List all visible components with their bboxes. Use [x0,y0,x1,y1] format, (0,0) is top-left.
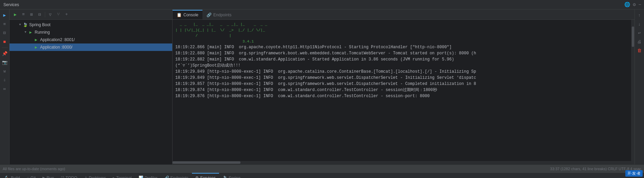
status-bar: All files are up-to-date (moments ago) 3… [0,164,644,173]
tree-item-3[interactable]: ▶Application :8000/ [10,43,172,51]
title-bar-controls: 🌐 ⚙ − [624,2,641,7]
service-group-icon[interactable]: ⊟ [36,11,43,18]
console-tab-icon: 📋 [177,13,182,17]
pin-icon[interactable]: 📌 [1,50,8,57]
console-tabs: 📋 Console 🔗 Endpoints [173,10,634,20]
status-left-text: All files are up-to-date (moments ago) [3,167,65,171]
title-bar: Services 🌐 ⚙ − [0,0,644,10]
tab-icon-3: ☑ [61,176,64,178]
title-bar-text: Services [3,2,19,7]
tree-item-0[interactable]: ▼🍃Spring Boot [10,21,172,29]
tree-item-label: Application :8000/ [40,45,72,50]
console-line-0: _ _ |_ _ _|_ _ _ _|_ |_ _ _ _ [175,22,628,28]
bottom-tab-endpoints[interactable]: 🔗Endpoints [161,173,192,178]
node-type-icon: 🍃 [22,22,28,28]
tab-icon-0: 🔨 [5,176,10,178]
clear-icon[interactable]: 🗑 [636,47,643,54]
group-icon[interactable]: ⚒ [1,68,8,75]
scroll-up-icon[interactable]: ↑ [636,12,643,19]
scroll-down-icon[interactable]: ↓ [636,20,643,28]
console-panel: 📋 Console 🔗 Endpoints _ _ |_ _ _|_ _ _ _… [173,10,634,164]
service-filter-icon[interactable]: ▽ [47,11,54,18]
stop-icon[interactable]: ■ [1,38,8,46]
watermark: 开·发·者 [625,170,643,177]
tab-label-5: Terminal [116,176,131,178]
bottom-tab-services[interactable]: ⚙Services [192,173,219,178]
tab-label-2: Run [47,176,54,178]
bottom-tab-todo[interactable]: ☑TODO [57,173,80,178]
split-view-icon[interactable]: ⊟ [1,29,8,37]
bottom-tab-run[interactable]: ▶Run [39,173,57,178]
tab-console[interactable]: 📋 Console [173,10,202,19]
tab-label-3: TODO [66,176,77,178]
import-icon[interactable]: ⇩ [1,76,8,84]
tab-label-6: Profiler [145,176,158,178]
tree-arrow-icon: ▼ [18,22,22,27]
bottom-toolbar: 🔨Build⑂Git▶Run☑TODO⚠Problems▸Terminal📊Pr… [0,173,644,178]
left-toolbar: ▶ ≡ ⊟ ■ 📌 📷 ⚒ ⇩ ≔ [0,10,10,164]
console-line-7: 18:19:22.882 [main] INFO com.wl.standard… [175,56,628,63]
tab-label-9: Spring [229,176,240,178]
console-body: _ _ |_ _ _|_ _ _ _|_ |_ _ _ _| | |\/|_)(… [173,20,634,161]
console-line-11: 18:19:29.857 [http-nio-8000-exec-1] INFO… [175,81,628,87]
camera-icon[interactable]: 📷 [1,59,8,66]
console-line-3: 3.4.1 [175,39,628,44]
service-branch-icon[interactable]: ⑂ [55,11,62,18]
bottom-tab-git[interactable]: ⑂Git [23,173,39,178]
bottom-tab-profiler[interactable]: 📊Profiler [135,173,161,178]
bottom-tab-problems[interactable]: ⚠Problems [81,173,110,178]
service-list-icon[interactable]: ≡ [20,11,27,18]
service-run-icon[interactable]: ▶ [12,11,19,18]
console-content[interactable]: _ _ |_ _ _|_ _ _ _|_ |_ _ _ _| | |\/|_)(… [173,20,631,161]
bottom-tab-terminal[interactable]: ▸Terminal [109,173,135,178]
tree-item-label: Spring Boot [29,22,51,27]
console-vscroll[interactable] [631,20,634,161]
service-add-icon[interactable]: + [63,11,70,18]
settings-icon[interactable]: ⚙ [633,2,636,7]
endpoints-tab-label: Endpoints [213,13,231,17]
print-icon[interactable]: 🖨 [636,38,643,46]
globe-icon[interactable]: 🌐 [624,2,630,7]
minimize-icon[interactable]: − [639,2,641,7]
tree-item-label: Running [35,30,50,35]
console-line-1: | | |\/|_)(_| | |_ \/ _> |_/ |_/ \/|_ [175,28,628,33]
console-hscroll[interactable] [173,161,634,164]
console-line-12: 18:19:29.874 [http-nio-8000-exec-1] INFO… [175,87,628,93]
main-container: ▶ ≡ ⊟ ■ 📌 📷 ⚒ ⇩ ≔ ▶ ≡ ⊞ ⊟ ▽ ⑂ + [0,10,644,164]
node-type-icon: ▶ [33,44,39,50]
wrap-text-icon[interactable]: ↩ [636,29,643,37]
tab-label-1: Git [31,176,36,178]
tab-icon-6: 📊 [139,176,143,178]
tab-label-7: Endpoints [171,176,189,178]
console-line-9: 18:19:29.849 [http-nio-8000-exec-1] INFO… [175,69,628,75]
console-line-6: 18:19:22.880 [main] INFO org.springframe… [175,50,628,56]
list-view-icon[interactable]: ≡ [1,20,8,28]
bottom-tab-build[interactable]: 🔨Build [1,173,23,178]
run-config-icon[interactable]: ▶ [1,12,8,19]
bottom-tab-spring[interactable]: 🍃Spring [219,173,244,178]
console-line-2: / | [175,33,628,39]
endpoints-tab-icon: 🔗 [207,13,212,17]
vscroll-thumb[interactable] [632,26,634,47]
tab-label-8: Services [200,176,216,178]
toolbar-divider [45,12,45,17]
tab-icon-9: 🍃 [222,176,227,178]
tree-item-2[interactable]: ▶Application2 :8001/ [10,36,172,43]
tab-endpoints[interactable]: 🔗 Endpoints [202,10,235,19]
tab-label-4: Problems [89,176,106,178]
node-type-icon: ▶ [33,37,39,42]
tree-item-1[interactable]: ▼▶Running [10,29,172,36]
service-panel: ▶ ≡ ⊞ ⊟ ▽ ⑂ + ▼🍃Spring Boot▼▶Running▶App… [10,10,173,164]
tree-arrow-icon [29,45,33,50]
tree-item-label: Application2 :8001/ [40,37,75,42]
tree-container: ▼🍃Spring Boot▼▶Running▶Application2 :800… [10,20,172,164]
hscroll-thumb[interactable] [173,161,240,164]
options-icon[interactable]: ≔ [1,85,8,93]
service-toolbar: ▶ ≡ ⊞ ⊟ ▽ ⑂ + [10,10,172,20]
service-split-icon[interactable]: ⊞ [28,11,35,18]
tab-icon-2: ▶ [42,176,45,178]
console-line-10: 18:19:29.849 [http-nio-8000-exec-1] INFO… [175,75,628,81]
tab-icon-4: ⚠ [84,176,88,178]
tab-icon-8: ⚙ [195,176,199,178]
console-tab-label: Console [183,13,198,17]
